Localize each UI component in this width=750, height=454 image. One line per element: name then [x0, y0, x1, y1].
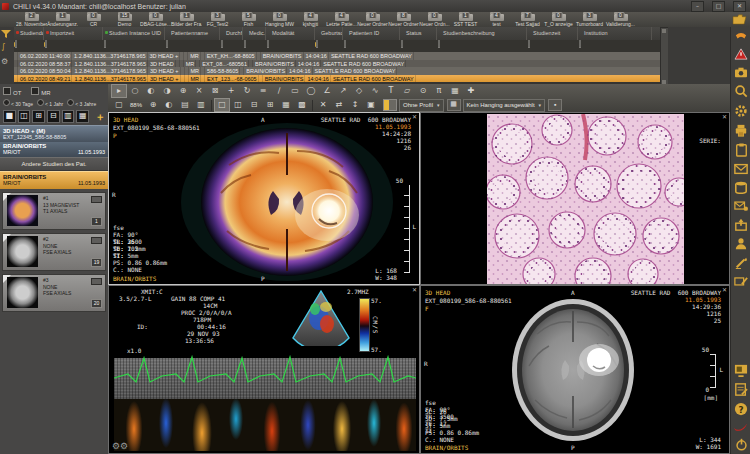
hanging-protocol-grid-icon[interactable] [383, 99, 397, 111]
layout-rows-icon[interactable]: ⊟ [47, 110, 60, 123]
contrast-tool[interactable]: ◐ [161, 98, 177, 112]
invert-tool[interactable]: ◑ [159, 84, 175, 98]
column-filter-input[interactable] [437, 40, 527, 52]
rotate-tool[interactable]: ↻ [239, 84, 255, 98]
search-gear-icon[interactable]: ⚙ [1, 57, 8, 66]
viewport-mri-gray[interactable]: ✕ 3D HEAD EXT_080199_586-68-880561 F A R… [420, 285, 730, 454]
study-row[interactable]: 06.02.2020 08:50:041.2.840.1136...371461… [14, 67, 660, 75]
folder-item[interactable]: 2 28. November [16, 12, 47, 27]
folder-item[interactable]: 1 Änderunganz... [47, 12, 78, 27]
print-icon[interactable] [734, 124, 748, 137]
add-layout-button[interactable]: ＋ [95, 112, 105, 122]
folder-item[interactable]: 8 Neuer Ordner [388, 12, 419, 27]
clear-all-tool[interactable]: ⊠ [207, 84, 223, 98]
crosshair-tool[interactable]: ✚ [463, 84, 479, 98]
folder-item[interactable]: 7 Test Sajjad [512, 12, 543, 27]
folder-item[interactable]: 0 DBAG-Löse... [140, 12, 171, 27]
minimize-button[interactable]: – [691, 1, 704, 12]
screens-button[interactable]: ▣ [363, 98, 379, 112]
folder-item[interactable]: 0 Neuer Ordner [357, 12, 388, 27]
column-filter-input[interactable] [243, 40, 266, 52]
table-column-header[interactable]: Medic... [243, 27, 266, 40]
alert-triangle-icon[interactable] [734, 48, 748, 60]
column-filter-input[interactable] [44, 40, 103, 52]
table-column-header[interactable]: Studienzeit [527, 27, 578, 40]
layout-3x3-button[interactable]: ▦ [278, 98, 294, 112]
study-row[interactable]: 06.02.2020 08:58:371.2.840.1136...371461… [14, 60, 660, 68]
clipboard-icon[interactable] [735, 143, 748, 157]
column-filter-input[interactable] [315, 40, 343, 52]
folder-item[interactable]: 5 Fish [233, 12, 264, 27]
folder-item[interactable]: 1 Bilder der Fra... [171, 12, 202, 27]
fit-to-window-button[interactable]: ▢ [111, 98, 127, 112]
tile-b-tool[interactable]: ▥ [193, 98, 209, 112]
swap-button[interactable]: ⇄ [331, 98, 347, 112]
hanging-icon[interactable]: ▦ [447, 99, 461, 111]
viewer-settings-gears-icon[interactable]: ⚙⚙ [112, 441, 128, 451]
series-options-button[interactable] [91, 237, 102, 244]
series-options-button[interactable] [91, 278, 102, 285]
pointer-tool[interactable]: ▸ [111, 84, 127, 98]
close-button[interactable]: ✕ [733, 1, 746, 12]
folder-item[interactable]: 1 SST TEST [450, 12, 481, 27]
column-filter-input[interactable] [527, 40, 578, 52]
monitor-layout-icon[interactable] [734, 364, 748, 377]
signature-pen-icon[interactable] [734, 256, 748, 269]
close-viewport-button[interactable]: ✕ [315, 98, 331, 112]
open-folder-icon[interactable] [732, 13, 747, 25]
series-thumb-fse-axials-2[interactable]: #3NONEFSE AXIALS 20 [2, 274, 106, 312]
rect-roi-tool[interactable]: ▭ [287, 84, 303, 98]
freehand-tool[interactable]: ∿ [367, 84, 383, 98]
power-icon[interactable] [735, 438, 748, 451]
study-row[interactable]: 06.02.2020 11:40:001.2.840.1136...371461… [14, 52, 660, 60]
series-thumb-t1-axials[interactable]: #113 MAGNEVISTT1 AXIALS 1 [2, 192, 106, 230]
layout-1x1-icon[interactable]: ■ [3, 110, 16, 123]
folder-item[interactable]: 0 Hanging MW [264, 12, 295, 27]
hanging-select[interactable]: Kein Hanging ausgewählt ▾ [463, 99, 546, 112]
table-column-header[interactable]: Durchführe... [220, 27, 243, 40]
folder-item[interactable]: 4 Letzte Patie... [326, 12, 357, 27]
mail-icon[interactable] [734, 163, 748, 175]
table-column-header[interactable]: Status [400, 27, 437, 40]
layout-4x4-button[interactable]: ▩ [294, 98, 310, 112]
folder-item[interactable]: 0 CR [78, 12, 109, 27]
age-filter-radio[interactable]: < 3 Jahre [67, 99, 96, 107]
modality-filter-checkbox[interactable]: OT [3, 87, 21, 96]
folder-item[interactable]: 3 Tumorboard [574, 12, 605, 27]
arrow-tool[interactable]: ↗ [335, 84, 351, 98]
viewport-ultrasound[interactable]: ✕ XMIT:C 3.5/2.7-L GAIN 88 COMP 41 14CM … [108, 285, 420, 454]
table-column-header[interactable]: Modalität [266, 27, 315, 40]
compose-mail-icon[interactable] [734, 275, 748, 287]
viewport-close-icon[interactable]: ✕ [722, 287, 727, 293]
layout-2col-icon[interactable]: ◫ [18, 110, 31, 123]
viewport-close-icon[interactable]: ✕ [412, 114, 417, 120]
folder-item[interactable]: 4 kjshgjti [295, 12, 326, 27]
search-icon[interactable] [734, 84, 748, 98]
archive-database-icon[interactable] [734, 181, 748, 194]
age-filter-radio[interactable]: < 1 Jahr [37, 99, 63, 107]
table-column-header[interactable]: Importzeit [44, 27, 103, 40]
folder-item[interactable]: 4 test [481, 12, 512, 27]
wl-presets-tool[interactable]: ≡ [255, 84, 271, 98]
folder-item[interactable]: 0 Neuer Ordn... [419, 12, 450, 27]
study-row[interactable]: 06.02.2020 08:49:211.2.840.1136...371461… [14, 75, 660, 83]
circle-tool[interactable]: ○ [127, 84, 143, 98]
viewport-mri-color[interactable]: ✕ 3D HEAD EXT_080199_586-68-880561 P A R… [108, 112, 420, 285]
angle-tool[interactable]: ∠ [319, 84, 335, 98]
layout-2x2-icon[interactable]: ⊞ [32, 110, 45, 123]
pan-tool[interactable]: + [223, 84, 239, 98]
cine-tool[interactable]: ▦ [447, 84, 463, 98]
table-column-header[interactable]: Studien Instance UID [103, 27, 165, 40]
user-icon[interactable] [734, 237, 748, 250]
ellipse-roi-tool[interactable]: ◯ [303, 84, 319, 98]
pixel-probe-tool[interactable]: ⊙ [415, 84, 431, 98]
save-hanging-button[interactable]: ▪ [548, 99, 562, 111]
pi-tool[interactable]: π [431, 84, 447, 98]
mail-info-icon[interactable] [734, 200, 748, 212]
viewport-histology[interactable]: ✕ SERIE: [420, 112, 730, 285]
column-filter-input[interactable] [266, 40, 315, 52]
camera-icon[interactable] [734, 66, 748, 78]
table-column-header[interactable]: Institution [578, 27, 652, 40]
export-icon[interactable] [734, 218, 748, 231]
column-filter-input[interactable] [14, 40, 44, 52]
